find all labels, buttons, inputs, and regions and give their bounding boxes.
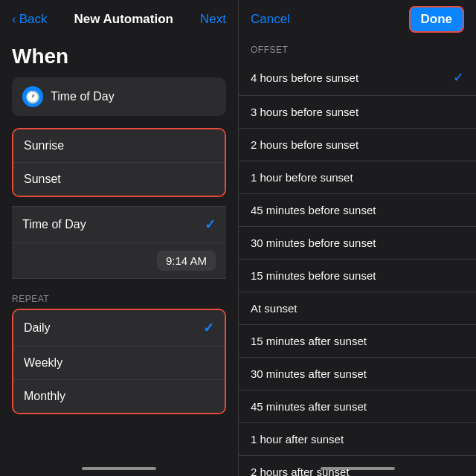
back-label: Back [19, 12, 48, 27]
offset-item-label-0: 4 hours before sunset [251, 71, 358, 84]
offset-item-label-2: 2 hours before sunset [251, 138, 358, 151]
monthly-option[interactable]: Monthly [13, 380, 225, 413]
sunrise-label: Sunrise [24, 139, 64, 152]
offset-item-0[interactable]: 4 hours before sunset ✓ [239, 60, 476, 96]
offset-item-label-9: 30 minutes after sunset [251, 367, 367, 380]
offset-item-4[interactable]: 45 minutes before sunset [239, 194, 476, 227]
offset-item-7[interactable]: At sunset [239, 292, 476, 325]
offset-item-10[interactable]: 45 minutes after sunset [239, 390, 476, 423]
offset-item-9[interactable]: 30 minutes after sunset [239, 358, 476, 390]
daily-checkmark-icon: ✓ [203, 320, 214, 336]
offset-item-label-5: 30 minutes before sunset [251, 237, 376, 249]
offset-item-label-6: 15 minutes before sunset [251, 269, 376, 282]
sunset-label: Sunset [24, 173, 61, 186]
back-button[interactable]: ‹ Back [12, 12, 47, 27]
offset-item-11[interactable]: 1 hour after sunset [239, 423, 476, 456]
time-display-row[interactable]: 9:14 AM [12, 243, 226, 279]
daily-option[interactable]: Daily ✓ [13, 310, 225, 347]
offset-item-label-4: 45 minutes before sunset [251, 204, 376, 216]
done-button[interactable]: Done [409, 6, 465, 33]
offset-item-label-7: At sunset [251, 302, 298, 315]
home-indicator-right [321, 467, 395, 470]
offset-list: 4 hours before sunset ✓ 3 hours before s… [239, 60, 476, 476]
clock-icon: 🕐 [22, 86, 43, 107]
offset-item-6[interactable]: 15 minutes before sunset [239, 260, 476, 292]
trigger-type-selection-group: Sunrise Sunset [12, 128, 226, 197]
repeat-section-header: REPEAT [0, 294, 238, 304]
offset-item-3[interactable]: 1 hour before sunset [239, 161, 476, 194]
offset-item-label-8: 15 minutes after sunset [251, 335, 367, 347]
right-nav-bar: Cancel Done [239, 0, 476, 39]
offset-checkmark-0: ✓ [453, 69, 464, 86]
sunset-option[interactable]: Sunset [13, 163, 225, 196]
offset-item-8[interactable]: 15 minutes after sunset [239, 325, 476, 358]
offset-item-label-10: 45 minutes after sunset [251, 400, 367, 413]
tod-option-row[interactable]: Time of Day ✓ [12, 206, 226, 243]
next-button[interactable]: Next [200, 12, 226, 27]
weekly-label: Weekly [24, 356, 62, 370]
tod-option-label: Time of Day [22, 218, 86, 231]
time-of-day-trigger-row[interactable]: 🕐 Time of Day [12, 77, 226, 116]
offset-item-12[interactable]: 2 hours after sunset [239, 456, 476, 476]
offset-header: OFFSET [239, 39, 476, 60]
offset-item-label-1: 3 hours before sunset [251, 106, 358, 118]
back-chevron-icon: ‹ [12, 12, 16, 27]
daily-label: Daily [24, 321, 51, 335]
cancel-button[interactable]: Cancel [251, 12, 290, 27]
page-title: New Automation [74, 12, 173, 27]
offset-item-5[interactable]: 30 minutes before sunset [239, 227, 476, 260]
time-value: 9:14 AM [157, 251, 216, 271]
left-panel: ‹ Back New Automation Next When 🕐 Time o… [0, 0, 238, 476]
home-indicator [82, 467, 156, 470]
time-of-day-trigger-label: Time of Day [51, 90, 115, 103]
weekly-option[interactable]: Weekly [13, 347, 225, 380]
right-panel: Cancel Done OFFSET 4 hours before sunset… [238, 0, 476, 476]
nav-bar: ‹ Back New Automation Next [0, 0, 238, 39]
offset-item-label-3: 1 hour before sunset [251, 171, 353, 184]
sunrise-option[interactable]: Sunrise [13, 129, 225, 163]
offset-item-label-11: 1 hour after sunset [251, 433, 344, 446]
tod-checkmark-icon: ✓ [205, 216, 216, 233]
when-heading: When [0, 39, 238, 77]
offset-item-2[interactable]: 2 hours before sunset [239, 129, 476, 161]
offset-item-1[interactable]: 3 hours before sunset [239, 96, 476, 129]
repeat-selection-group: Daily ✓ Weekly Monthly [12, 309, 226, 414]
monthly-label: Monthly [24, 390, 65, 403]
